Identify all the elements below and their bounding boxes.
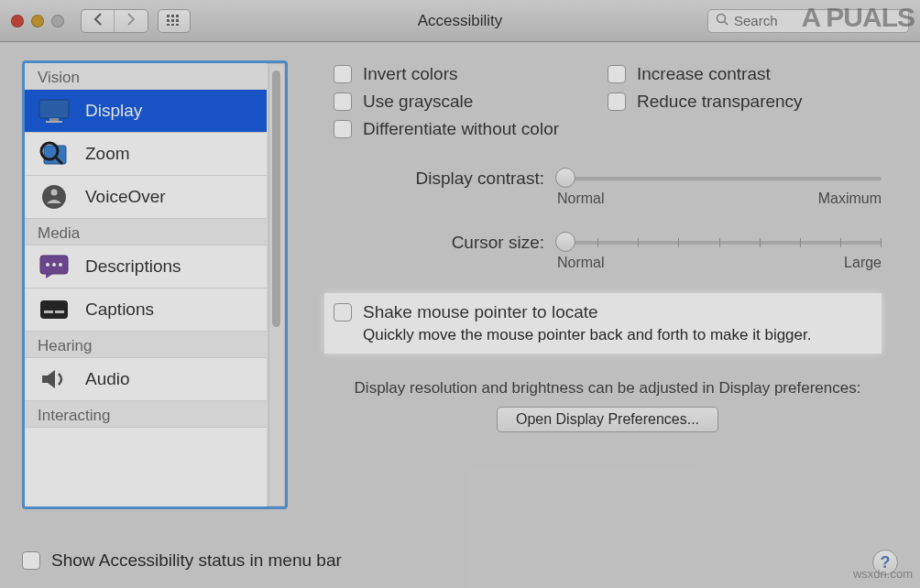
scrollbar-thumb[interactable] [272, 71, 280, 327]
sidebar-item-zoom[interactable]: Zoom [25, 133, 267, 176]
nav-segment [81, 9, 148, 33]
checkbox-use-grayscale[interactable]: Use grayscale [334, 92, 608, 112]
svg-rect-7 [171, 24, 174, 26]
sidebar-item-label: VoiceOver [85, 187, 166, 207]
cursor-size-slider-block: Cursor size: Normal Large [334, 233, 882, 271]
chevron-left-icon [93, 13, 103, 28]
checkbox-reduce-transparency[interactable]: Reduce transparency [608, 92, 882, 112]
svg-rect-5 [176, 19, 179, 22]
checkbox-label: Shake mouse pointer to locate [363, 302, 598, 322]
open-display-preferences-button[interactable]: Open Display Preferences... [497, 407, 718, 432]
display-preferences-note: Display resolution and brightness can be… [334, 379, 882, 432]
svg-rect-6 [167, 24, 170, 26]
checkbox-icon [608, 93, 626, 111]
svg-rect-0 [167, 15, 170, 17]
audio-icon [38, 365, 71, 393]
display-icon [38, 97, 71, 125]
slider-knob[interactable] [555, 232, 575, 252]
svg-rect-23 [40, 300, 68, 319]
checkbox-show-status-menubar[interactable]: Show Accessibility status in menu bar [22, 550, 342, 571]
back-button[interactable] [82, 10, 115, 32]
sidebar-item-label: Descriptions [85, 256, 181, 277]
svg-point-18 [51, 190, 58, 196]
checkbox-label: Show Accessibility status in menu bar [51, 550, 342, 571]
display-contrast-slider-block: Display contrast: Normal Maximum [334, 169, 882, 207]
sidebar-group-interacting: Interacting [25, 401, 267, 428]
minimize-window-button[interactable] [31, 15, 44, 27]
content-area: Vision Display Zoom VoiceOver Media [0, 42, 920, 518]
traffic-lights [11, 15, 64, 27]
svg-rect-1 [171, 15, 174, 17]
svg-point-22 [59, 263, 62, 267]
close-window-button[interactable] [11, 15, 24, 27]
checkbox-label: Differentiate without color [363, 119, 559, 139]
search-icon [716, 13, 728, 29]
svg-rect-13 [46, 121, 62, 123]
checkbox-icon [334, 303, 352, 321]
svg-rect-8 [176, 24, 179, 26]
sidebar-item-captions[interactable]: Captions [25, 289, 267, 332]
sidebar-group-media: Media [25, 219, 267, 245]
settings-panel: Invert colors Increase contrast Use gray… [306, 60, 898, 509]
checkbox-label: Reduce transparency [637, 92, 803, 112]
sidebar-item-audio[interactable]: Audio [25, 358, 267, 401]
slider-max-label: Large [844, 255, 882, 271]
svg-point-9 [717, 14, 726, 22]
slider-knob[interactable] [555, 168, 575, 188]
note-text: Display resolution and brightness can be… [334, 379, 882, 397]
checkbox-icon [334, 65, 352, 83]
checkbox-label: Invert colors [363, 64, 457, 84]
cursor-size-slider[interactable] [557, 233, 882, 253]
descriptions-icon [38, 253, 71, 280]
captions-icon [38, 296, 71, 323]
window-toolbar: Accessibility [0, 0, 920, 42]
sidebar-group-vision: Vision [25, 63, 267, 90]
svg-rect-3 [167, 19, 170, 22]
watermark-brand: A PUALS [801, 2, 915, 33]
zoom-icon [38, 140, 71, 168]
checkbox-increase-contrast[interactable]: Increase contrast [608, 64, 882, 84]
watermark-site: wsxdn.com [853, 567, 913, 581]
checkbox-icon [22, 551, 40, 570]
sidebar-item-voiceover[interactable]: VoiceOver [25, 176, 267, 219]
slider-label: Display contrast: [334, 169, 544, 189]
shake-pointer-section: Shake mouse pointer to locate Quickly mo… [324, 293, 882, 354]
display-contrast-slider[interactable] [557, 169, 882, 189]
svg-rect-2 [176, 15, 179, 17]
grid-icon [167, 13, 181, 29]
sidebar-item-label: Display [85, 101, 142, 121]
checkbox-invert-colors[interactable]: Invert colors [334, 64, 608, 84]
svg-line-10 [725, 21, 728, 25]
svg-point-21 [52, 263, 56, 267]
checkbox-icon [334, 93, 352, 111]
category-sidebar: Vision Display Zoom VoiceOver Media [22, 60, 288, 509]
checkbox-differentiate-color[interactable]: Differentiate without color [334, 119, 608, 139]
sidebar-group-hearing: Hearing [25, 332, 267, 358]
window-footer: Show Accessibility status in menu bar ? [22, 550, 898, 575]
slider-max-label: Maximum [818, 191, 882, 207]
svg-rect-24 [44, 310, 53, 313]
svg-rect-11 [39, 100, 69, 118]
chevron-right-icon [126, 13, 136, 28]
sidebar-item-display[interactable]: Display [25, 90, 267, 133]
sidebar-item-label: Zoom [85, 144, 130, 164]
slider-min-label: Normal [557, 191, 605, 207]
maximize-window-button[interactable] [51, 15, 64, 27]
svg-rect-12 [49, 118, 59, 121]
slider-min-label: Normal [557, 255, 605, 271]
sidebar-item-descriptions[interactable]: Descriptions [25, 245, 267, 289]
shake-pointer-description: Quickly move the mouse pointer back and … [363, 326, 869, 344]
svg-rect-4 [171, 19, 174, 22]
svg-point-17 [42, 185, 66, 209]
checkbox-label: Use grayscale [363, 92, 473, 112]
slider-label: Cursor size: [334, 233, 544, 253]
checkbox-icon [334, 120, 352, 138]
sidebar-item-label: Audio [85, 369, 130, 389]
checkbox-label: Increase contrast [637, 64, 771, 84]
sidebar-scrollbar[interactable] [268, 65, 283, 505]
forward-button[interactable] [115, 10, 148, 32]
checkbox-shake-pointer[interactable]: Shake mouse pointer to locate [334, 302, 869, 322]
show-all-button[interactable] [158, 9, 191, 33]
voiceover-icon [38, 183, 71, 211]
svg-point-20 [46, 263, 49, 267]
